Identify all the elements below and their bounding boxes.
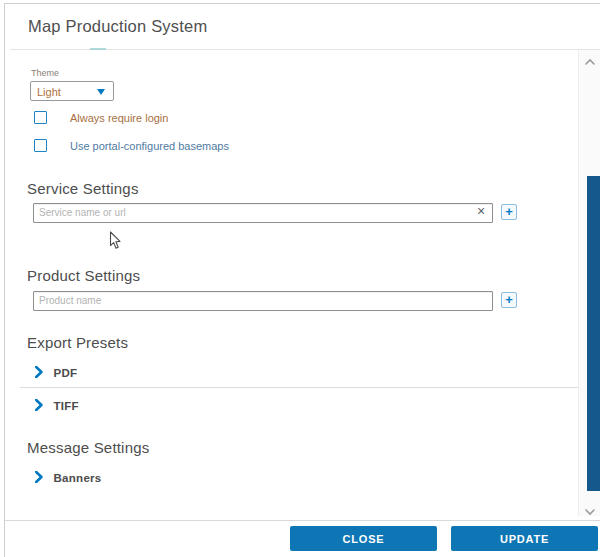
dialog-title: Map Production System bbox=[28, 17, 207, 36]
product-name-input[interactable] bbox=[33, 291, 493, 311]
service-settings-heading: Service Settings bbox=[27, 180, 139, 197]
portal-basemaps-label: Use portal-configured basemaps bbox=[70, 140, 229, 152]
portal-basemaps-checkbox[interactable] bbox=[34, 139, 47, 152]
export-preset-tiff-label: TIFF bbox=[53, 400, 78, 412]
theme-select[interactable]: Light bbox=[30, 81, 114, 101]
export-preset-tiff-row[interactable]: TIFF bbox=[35, 396, 79, 410]
theme-select-value: Light bbox=[37, 86, 61, 98]
divider bbox=[20, 387, 580, 388]
service-input-wrap: × bbox=[33, 202, 493, 222]
vertical-scrollbar[interactable] bbox=[578, 50, 600, 516]
chevron-right-icon bbox=[35, 364, 43, 382]
chevron-right-icon bbox=[35, 469, 43, 487]
message-settings-heading: Message Settings bbox=[27, 439, 149, 456]
chevron-right-icon bbox=[35, 397, 43, 415]
scroll-up-icon[interactable] bbox=[583, 52, 597, 64]
always-require-login-checkbox[interactable] bbox=[34, 111, 47, 124]
update-button[interactable]: UPDATE bbox=[451, 526, 598, 551]
close-button[interactable]: CLOSE bbox=[290, 526, 437, 551]
add-service-button[interactable]: + bbox=[501, 204, 517, 220]
dialog-footer: CLOSE UPDATE bbox=[5, 520, 600, 557]
settings-dialog: Map Production System Theme Light Always… bbox=[4, 3, 600, 557]
export-presets-heading: Export Presets bbox=[27, 334, 128, 351]
dialog-body: Theme Light Always require login Use por… bbox=[10, 50, 578, 512]
mouse-cursor bbox=[109, 231, 122, 250]
message-banners-label: Banners bbox=[53, 472, 101, 484]
dialog-header: Map Production System bbox=[10, 7, 600, 50]
service-name-input[interactable] bbox=[33, 203, 493, 223]
always-require-login-label: Always require login bbox=[70, 112, 168, 124]
scrollbar-thumb[interactable] bbox=[587, 176, 600, 491]
scroll-down-icon[interactable] bbox=[583, 502, 597, 514]
product-settings-heading: Product Settings bbox=[27, 267, 140, 284]
export-preset-pdf-row[interactable]: PDF bbox=[35, 363, 77, 377]
caret-down-icon bbox=[97, 89, 105, 95]
clear-icon[interactable]: × bbox=[474, 203, 488, 219]
add-product-button[interactable]: + bbox=[501, 292, 517, 308]
export-preset-pdf-label: PDF bbox=[53, 367, 77, 379]
theme-label: Theme bbox=[31, 68, 59, 78]
message-banners-row[interactable]: Banners bbox=[35, 468, 102, 482]
product-input-wrap bbox=[33, 290, 493, 310]
